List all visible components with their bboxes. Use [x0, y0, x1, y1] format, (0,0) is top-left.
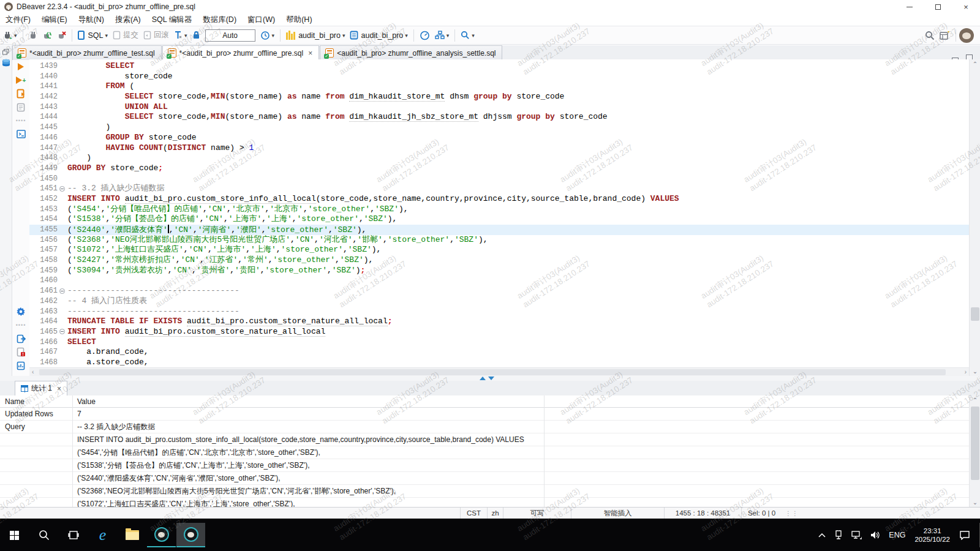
dbeaver-taskbar-icon-active[interactable]: [176, 523, 205, 547]
editor-tab[interactable]: <audit_bi_pro> zhumr_offline_analysis_se…: [320, 45, 502, 60]
table-row[interactable]: ('S1072','上海虹口吉买盛店','CN','上海市','上海','sto…: [0, 498, 969, 507]
code-line[interactable]: 1464TRUNCATE TABLE IF EXISTS audit_bi_pr…: [29, 317, 969, 327]
code-line[interactable]: 1441 FROM (: [29, 81, 969, 92]
volume-icon[interactable]: [870, 531, 880, 539]
menu-item[interactable]: SQL 编辑器: [146, 13, 198, 26]
fold-collapse-icon[interactable]: [59, 186, 65, 192]
code-line[interactable]: 1455('S2440','濮阳盛友体育','CN','河南省','濮阳','s…: [29, 225, 969, 235]
table-row[interactable]: ('S1538','分销【荟品仓】的店铺','CN','上海市','上海','s…: [0, 459, 969, 472]
editor-vertical-scrollbar[interactable]: ⌃ ⌄: [969, 59, 980, 376]
close-icon[interactable]: ×: [57, 384, 61, 393]
code-line[interactable]: 1445 ): [29, 122, 969, 133]
scroll-up-icon[interactable]: ⌃: [970, 397, 980, 403]
code-line[interactable]: 1439 SELECT: [29, 61, 969, 72]
editor-tab[interactable]: *<audit_bi_pro> zhumr_offline_pre.sql×: [162, 45, 320, 60]
schema-selector[interactable]: audit_bi_pro ▾: [347, 28, 410, 43]
connection-selector[interactable]: audit_bi_pro ▾: [284, 28, 347, 43]
quick-search-icon[interactable]: [922, 28, 937, 43]
query-statistics-button[interactable]: [12, 359, 29, 372]
scroll-left-icon[interactable]: ‹: [32, 368, 34, 377]
connect-button[interactable]: [26, 28, 40, 43]
transaction-mode-button[interactable]: ▾: [172, 28, 190, 43]
code-line[interactable]: 1458('S2427','常州京榜折扣店','CN','江苏省','常州','…: [29, 255, 969, 266]
taskbar-search-icon[interactable]: [29, 523, 58, 547]
statistics-grid[interactable]: Name Value Updated Rows7Query-- 3.2 插入缺少…: [0, 395, 969, 507]
scroll-up-icon[interactable]: ⌃: [970, 61, 980, 67]
dbeaver-taskbar-icon[interactable]: [147, 523, 176, 547]
fold-collapse-icon[interactable]: [59, 329, 65, 334]
internet-explorer-icon[interactable]: e: [88, 523, 117, 547]
script-error-log-button[interactable]: !: [12, 345, 29, 359]
disconnect-button[interactable]: [55, 28, 69, 43]
code-line[interactable]: 1443 UNION ALL: [29, 102, 969, 113]
editor-tab[interactable]: *<audit_bi_pro> zhumr_offline_test.sql: [12, 45, 162, 60]
network-icon[interactable]: [851, 531, 862, 539]
language-indicator[interactable]: ENG: [889, 531, 905, 539]
code-line[interactable]: 1463------------------------------------: [29, 307, 969, 317]
column-header-name[interactable]: Name: [0, 395, 72, 407]
code-line[interactable]: 1449GROUP BY store_code;: [29, 163, 969, 174]
table-row[interactable]: ('S454','分销【唯品代销】的店铺','CN','北京市','北京市','…: [0, 446, 969, 459]
column-header-value[interactable]: Value: [72, 395, 969, 407]
commit-button[interactable]: 提交: [110, 28, 141, 43]
reconnect-button[interactable]: [40, 28, 55, 43]
code-line[interactable]: 1457('S1072','上海虹口吉买盛店','CN','上海市','上海',…: [29, 245, 969, 255]
close-button[interactable]: ×: [952, 0, 980, 13]
menu-item[interactable]: 导航(N): [73, 13, 110, 26]
scroll-right-icon[interactable]: ›: [965, 368, 967, 377]
minimize-button[interactable]: [895, 0, 924, 13]
table-row[interactable]: ('S2440','濮阳盛友体育','CN','河南省','濮阳','store…: [0, 472, 969, 485]
menu-item[interactable]: 编辑(E): [36, 13, 73, 26]
code-line[interactable]: 1451-- 3.2 插入缺少店铺数据: [29, 184, 969, 194]
code-line[interactable]: 1448 ): [29, 153, 969, 163]
code-line[interactable]: 1450: [29, 174, 969, 184]
menu-item[interactable]: 数据库(D): [197, 13, 242, 26]
menu-item[interactable]: 文件(F): [0, 13, 36, 26]
taskbar-clock[interactable]: 23:31 2025/10/22: [914, 527, 950, 544]
code-line[interactable]: 1444 SELECT store_code,MIN(store_name) a…: [29, 112, 969, 122]
code-line[interactable]: 1440 store_code: [29, 72, 969, 82]
file-explorer-icon[interactable]: [118, 523, 146, 547]
maximize-button[interactable]: [924, 0, 952, 13]
code-line[interactable]: 1442 SELECT store_code,MIN(store_name) a…: [29, 92, 969, 102]
code-line[interactable]: 1465INSERT INTO audit_bi_pro.custom_stor…: [29, 327, 969, 337]
new-connection-button[interactable]: + ▾: [0, 28, 20, 43]
rollback-button[interactable]: 回滚: [141, 28, 172, 43]
sql-editor-menu-button[interactable]: SQL ▾: [75, 28, 111, 43]
database-navigator-icon[interactable]: [2, 59, 10, 67]
code-line[interactable]: 1461------------------------------------: [29, 286, 969, 296]
code-line[interactable]: 1456('S2368','NEO河北邯郸邯山陵西南大街5号阳光世贸广场店','…: [29, 235, 969, 246]
code-line[interactable]: 1468 a.store_code,: [29, 358, 969, 367]
code-line[interactable]: 1459('S3094','贵州浅若衣坊','CN','贵州省','贵阳','s…: [29, 266, 969, 276]
lock-icon[interactable]: [190, 28, 203, 43]
usb-icon[interactable]: [834, 530, 843, 540]
code-line[interactable]: 1460: [29, 276, 969, 286]
restore-view-icon[interactable]: [2, 49, 9, 55]
code-line[interactable]: 1462-- 4 插入门店性质表: [29, 296, 969, 307]
transaction-log-button[interactable]: ▾: [258, 28, 277, 43]
panel-sash[interactable]: [0, 376, 980, 381]
open-terminal-button[interactable]: [12, 127, 29, 141]
table-row[interactable]: INSERT INTO audit_bi_pro.custom_store_in…: [0, 433, 969, 446]
execute-script-button[interactable]: [12, 87, 29, 100]
code-line[interactable]: 1446 GROUP BY store_code: [29, 133, 969, 143]
menu-item[interactable]: 帮助(H): [281, 13, 317, 26]
table-row[interactable]: Updated Rows7: [0, 408, 969, 421]
perspective-icon[interactable]: [937, 28, 952, 43]
minimize-panel-icon[interactable]: [488, 377, 494, 380]
export-result-button[interactable]: [12, 332, 29, 345]
er-diagram-button[interactable]: ▾: [432, 28, 452, 43]
editor-settings-button[interactable]: [12, 305, 29, 318]
code-line[interactable]: 1454('S1538','分销【荟品仓】的店铺','CN','上海市','上海…: [29, 214, 969, 225]
scroll-down-icon[interactable]: ⌄: [970, 499, 980, 506]
tab-statistics[interactable]: 统计 1 ×: [15, 381, 67, 395]
results-vertical-scrollbar[interactable]: ⌃ ⌄: [969, 395, 980, 507]
explain-plan-button[interactable]: [12, 100, 29, 114]
execute-new-tab-button[interactable]: +: [12, 73, 29, 87]
search-button[interactable]: ▾: [458, 28, 477, 43]
start-button[interactable]: [0, 523, 29, 547]
maximize-panel-icon[interactable]: [480, 377, 486, 380]
task-view-icon[interactable]: [59, 523, 88, 547]
editor-horizontal-scrollbar[interactable]: ‹ ›: [29, 367, 969, 376]
sql-code-editor[interactable]: 1439 SELECT1440 store_code1441 FROM (144…: [29, 59, 969, 367]
